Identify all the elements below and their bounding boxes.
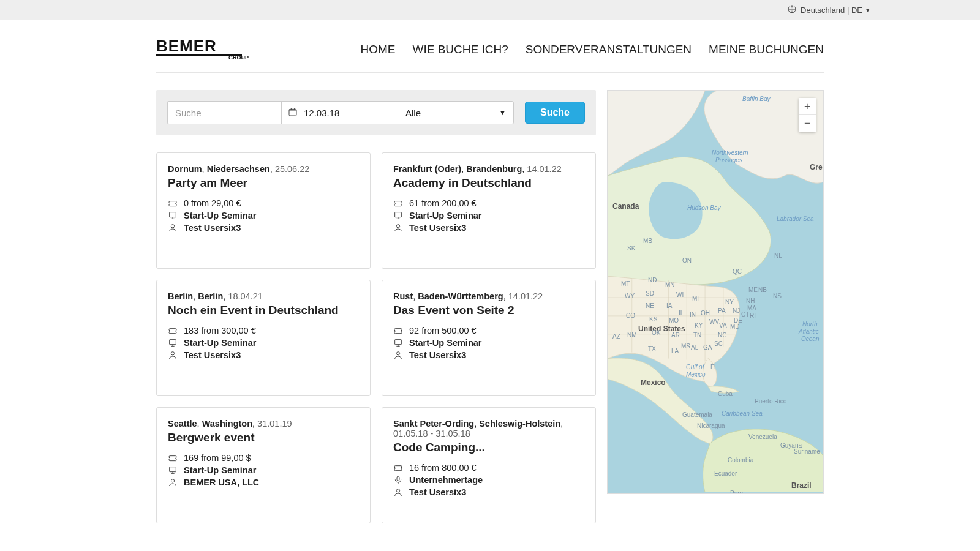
ticket-icon [168, 453, 178, 463]
locale-lang: DE [851, 6, 862, 15]
event-title: Code Camping... [393, 441, 584, 454]
seminar-icon [168, 338, 178, 348]
event-title: Party am Meer [168, 176, 359, 190]
nav-special[interactable]: SONDERVERANSTALTUNGEN [526, 43, 692, 56]
event-seminar: Start-Up Seminar [168, 338, 359, 348]
event-host: Test Usersix3 [168, 223, 359, 233]
svg-rect-4 [289, 109, 296, 116]
svg-point-8 [396, 225, 399, 228]
user-icon [393, 223, 403, 233]
user-icon [168, 478, 178, 487]
event-card[interactable]: Frankfurt (Oder), Brandenburg, 14.01.22A… [382, 152, 596, 269]
seminar-icon [168, 465, 178, 475]
event-host: Test Usersix3 [168, 350, 359, 360]
svg-rect-9 [170, 340, 176, 345]
event-seminar: Start-Up Seminar [168, 465, 359, 475]
event-location: Seattle, Washington, 31.01.19 [168, 419, 359, 429]
event-seminar: Start-Up Seminar [168, 211, 359, 220]
map[interactable]: Baffin BayGreeNorthwesternPassagesCanada… [607, 90, 824, 494]
mic-icon [393, 475, 403, 485]
event-host: Test Usersix3 [393, 487, 584, 497]
nav-home[interactable]: HOME [361, 43, 396, 56]
ticket-icon [393, 463, 403, 473]
event-cards: Dornum, Niedersachsen, 25.06.22Party am … [156, 152, 596, 523]
main-header: BEMER GROUP HOME WIE BUCHE ICH? SONDERVE… [156, 20, 824, 73]
event-title: Noch ein Event in Deutschland [168, 304, 359, 317]
svg-point-10 [171, 352, 174, 355]
event-location: Dornum, Niedersachsen, 25.06.22 [168, 164, 359, 174]
nav-bookings[interactable]: MEINE BUCHUNGEN [709, 43, 824, 56]
chevron-down-icon: ▾ [866, 6, 870, 14]
ticket-icon [393, 326, 403, 335]
locale-sep: | [847, 6, 849, 15]
nav-how[interactable]: WIE BUCHE ICH? [413, 43, 508, 56]
seminar-icon [168, 211, 178, 220]
svg-rect-7 [395, 212, 402, 217]
user-icon [393, 350, 403, 360]
ticket-icon [393, 198, 403, 208]
globe-icon [787, 4, 797, 16]
search-bar: Suche 12.03.18 Alle ▼ Suche [156, 90, 596, 135]
user-icon [393, 487, 403, 497]
event-location: Sankt Peter-Ording, Schleswig-Holstein, … [393, 419, 584, 438]
svg-rect-11 [395, 340, 402, 345]
user-icon [168, 223, 178, 233]
search-button[interactable]: Suche [525, 102, 585, 124]
zoom-out-button[interactable]: − [799, 115, 816, 132]
event-host: Test Usersix3 [393, 350, 584, 360]
svg-point-16 [396, 489, 399, 492]
main-nav: HOME WIE BUCHE ICH? SONDERVERANSTALTUNGE… [361, 43, 824, 56]
event-host: BEMER USA, LLC [168, 478, 359, 487]
svg-rect-5 [170, 212, 176, 217]
event-location: Rust, Baden-Württemberg, 14.01.22 [393, 291, 584, 301]
seminar-icon [393, 338, 403, 348]
svg-rect-15 [397, 476, 399, 481]
map-zoom: + − [799, 98, 816, 132]
event-location: Frankfurt (Oder), Brandenburg, 14.01.22 [393, 164, 584, 174]
type-value: Alle [405, 108, 421, 118]
event-host: Test Usersix3 [393, 223, 584, 233]
seminar-icon [393, 211, 403, 220]
svg-point-6 [171, 225, 174, 228]
event-title: Bergwerk event [168, 431, 359, 444]
event-card[interactable]: Dornum, Niedersachsen, 25.06.22Party am … [156, 152, 371, 269]
event-price: 0 from 29,00 € [168, 198, 359, 208]
date-value: 12.03.18 [304, 108, 339, 118]
event-price: 169 from 99,00 $ [168, 453, 359, 463]
svg-text:BEMER: BEMER [156, 37, 217, 55]
event-title: Das Event von Seite 2 [393, 304, 584, 317]
event-price: 183 from 300,00 € [168, 326, 359, 335]
event-seminar: Start-Up Seminar [393, 338, 584, 348]
event-title: Academy in Deutschland [393, 176, 584, 190]
event-price: 92 from 500,00 € [393, 326, 584, 335]
logo[interactable]: BEMER GROUP [156, 37, 257, 62]
event-price: 61 from 200,00 € [393, 198, 584, 208]
search-input[interactable]: Suche [167, 101, 281, 124]
date-input[interactable]: 12.03.18 [281, 101, 398, 124]
event-card[interactable]: Seattle, Washington, 31.01.19Bergwerk ev… [156, 407, 371, 523]
ticket-icon [168, 198, 178, 208]
event-price: 16 from 800,00 € [393, 463, 584, 473]
zoom-in-button[interactable]: + [799, 98, 816, 115]
svg-text:GROUP: GROUP [228, 54, 249, 60]
type-select[interactable]: Alle ▼ [398, 101, 514, 124]
calendar-icon [288, 107, 298, 119]
svg-point-12 [396, 352, 399, 355]
user-icon [168, 350, 178, 360]
event-seminar: Start-Up Seminar [393, 211, 584, 220]
event-seminar: Unternehmertage [393, 475, 584, 485]
locale-bar[interactable]: Deutschland | DE ▾ [0, 0, 980, 20]
svg-rect-13 [170, 467, 176, 472]
svg-point-14 [171, 479, 174, 482]
event-location: Berlin, Berlin, 18.04.21 [168, 291, 359, 301]
event-card[interactable]: Sankt Peter-Ording, Schleswig-Holstein, … [382, 407, 596, 523]
caret-down-icon: ▼ [499, 109, 506, 116]
event-card[interactable]: Berlin, Berlin, 18.04.21Noch ein Event i… [156, 280, 371, 396]
ticket-icon [168, 326, 178, 335]
event-card[interactable]: Rust, Baden-Württemberg, 14.01.22Das Eve… [382, 280, 596, 396]
locale-country: Deutschland [801, 6, 845, 15]
